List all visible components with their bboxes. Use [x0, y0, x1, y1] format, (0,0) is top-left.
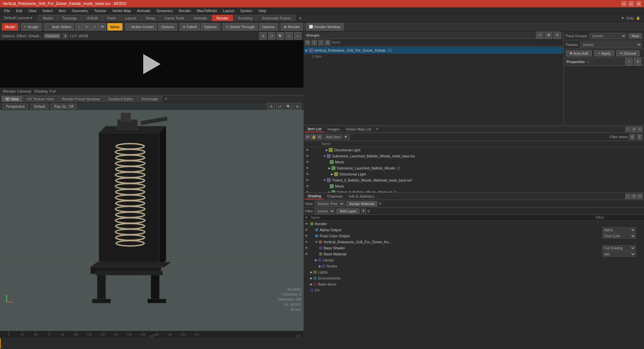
add-layout-tab-button[interactable]: +: [296, 15, 304, 21]
tab-render[interactable]: Render: [212, 15, 233, 21]
shader-settings-icon[interactable]: ⚙: [631, 194, 637, 199]
auto-select-button[interactable]: ⬛ Auto Select: [44, 23, 74, 31]
tab-animate[interactable]: Animate: [189, 15, 211, 21]
transform-tool-button[interactable]: ✜: [99, 23, 106, 31]
item-list-eye-icon[interactable]: 👁: [305, 134, 310, 140]
tab-images[interactable]: Images: [325, 127, 342, 132]
falloff-button[interactable]: ◈ Falloff: [180, 23, 200, 31]
groups-refresh-icon[interactable]: ↺: [312, 40, 317, 45]
shader-eye-material[interactable]: 👁: [305, 240, 310, 244]
menu-edit[interactable]: Edit: [13, 8, 25, 13]
filter-s-button[interactable]: S: [629, 134, 635, 140]
tab-render-preset-browser[interactable]: Render Preset Browser: [58, 96, 104, 102]
tab-topology[interactable]: Topology: [58, 15, 81, 21]
shader-row-lights[interactable]: ▶ Lights: [304, 269, 644, 275]
shader-close-icon[interactable]: ✕: [637, 194, 643, 199]
item-list-close-icon[interactable]: ✕: [637, 127, 643, 132]
shader-row-library[interactable]: ▶ Library: [304, 257, 644, 263]
item-eye-icon-4[interactable]: 👁: [305, 166, 310, 170]
tab-info-statistics[interactable]: Info & Statistics: [346, 194, 377, 199]
groups-eye-icon[interactable]: 👁: [305, 40, 310, 45]
item-list-lock-icon[interactable]: 🔒: [311, 134, 316, 140]
tab-schematic[interactable]: Schematic Fusion: [257, 15, 295, 21]
tab-channels[interactable]: Channels: [324, 194, 345, 199]
preview-refresh-icon[interactable]: ↺: [268, 32, 275, 40]
shader-eye-render[interactable]: 👁: [305, 222, 310, 226]
tab-model[interactable]: Model: [39, 15, 57, 21]
groups-close-icon[interactable]: ✕: [553, 32, 561, 39]
tab-vertex-map-list[interactable]: Vertex Map List: [343, 127, 374, 132]
discard-button[interactable]: ✕ Discard: [616, 50, 640, 56]
groups-settings-icon[interactable]: ⚙: [545, 32, 552, 39]
rotate-tool-button[interactable]: ↻: [83, 23, 91, 31]
passes-select[interactable]: (none): [580, 42, 642, 48]
tab-uv-texture-view[interactable]: UV Texture View: [23, 96, 58, 102]
preview-content[interactable]: [0, 40, 304, 88]
action-center-button[interactable]: ● Action Center: [125, 23, 157, 31]
menu-texture[interactable]: Texture: [92, 8, 109, 13]
properties-expand-icon[interactable]: ⤢: [625, 58, 633, 65]
item-row-directional-light-1[interactable]: 👁 ▶ Directional Light: [304, 147, 644, 153]
perspective-dropdown[interactable]: Perspective: [3, 104, 28, 109]
base-material-effect-select[interactable]: (all): [602, 251, 636, 257]
item-list-settings2-icon[interactable]: ⚙: [317, 134, 322, 140]
viewport-refresh-icon[interactable]: ↺: [276, 103, 283, 110]
mode-model-button[interactable]: Model: [2, 23, 18, 31]
add-layer-dropdown-icon[interactable]: ▾: [361, 208, 366, 214]
menu-system[interactable]: System: [237, 8, 255, 13]
final-color-effect-select[interactable]: Final Color: [602, 233, 636, 239]
menu-dynamics[interactable]: Dynamics: [154, 8, 175, 13]
apply-button[interactable]: ✓ Apply: [594, 50, 614, 56]
item-eye-icon-8[interactable]: 👁: [305, 190, 310, 192]
move-tool-button[interactable]: ↕: [75, 23, 83, 31]
scale-tool-button[interactable]: ⤢: [91, 23, 98, 31]
auto-add-button[interactable]: ✚ Auto Add: [566, 50, 592, 56]
tab-layout[interactable]: Layout: [121, 15, 141, 21]
menu-vertexmap[interactable]: Vertex Map: [110, 8, 134, 13]
shader-filter-select[interactable]: (none): [314, 208, 335, 214]
shader-eye-base-shader[interactable]: 👁: [305, 246, 310, 250]
item-eye-icon-3[interactable]: 👁: [305, 160, 310, 164]
shader-expand-icon[interactable]: ⤢: [625, 194, 631, 199]
preview-fit-icon[interactable]: ⤢: [285, 32, 293, 40]
add-item-list-tab[interactable]: +: [374, 126, 380, 132]
item-row-mesh-1[interactable]: 👁 Mesh: [304, 159, 644, 165]
item-list-expand-icon[interactable]: ⤢: [625, 127, 631, 132]
close-button[interactable]: ✕: [636, 1, 641, 6]
tab-setup[interactable]: Setup: [141, 15, 160, 21]
options-1-button[interactable]: Options: [158, 23, 177, 31]
item-eye-icon-1[interactable]: 👁: [305, 148, 310, 152]
shader-row-bake-items[interactable]: ▶ Bake Items: [304, 281, 644, 287]
shader-row-nodes[interactable]: ▶ Nodes: [304, 263, 644, 269]
tab-paint[interactable]: Paint: [103, 15, 120, 21]
options-2-button[interactable]: Options: [201, 23, 220, 31]
base-shader-effect-select[interactable]: Full Shading: [602, 245, 636, 251]
shader-eye-base-material[interactable]: 👁: [305, 252, 310, 256]
viewport-settings-icon[interactable]: ⚙: [267, 103, 275, 110]
shader-eye-final-color[interactable]: 👁: [305, 234, 310, 238]
tab-gradient-editor[interactable]: Gradient Editor: [105, 96, 137, 102]
menu-item[interactable]: Item: [56, 8, 68, 13]
menu-layout[interactable]: Layout: [220, 8, 237, 13]
groups-settings2-icon[interactable]: ⚙: [325, 40, 330, 45]
menu-file[interactable]: File: [1, 8, 13, 13]
menu-maxtomodo[interactable]: MaxToModo: [194, 8, 220, 13]
menu-render[interactable]: Render: [176, 8, 194, 13]
menu-help[interactable]: Help: [256, 8, 269, 13]
shader-row-final-color[interactable]: 👁 Final Color Output Final Color: [304, 233, 644, 239]
menu-animate[interactable]: Animate: [134, 8, 153, 13]
item-row-dir-light-2[interactable]: 👁 ▶ Directional Light: [304, 171, 644, 177]
options-3-button[interactable]: Options: [259, 23, 278, 31]
properties-settings-icon[interactable]: ⚙: [634, 58, 641, 65]
item-row-mesh-2[interactable]: 👁 Mesh: [304, 183, 644, 189]
menu-select[interactable]: Select: [40, 8, 55, 13]
pass-groups-select[interactable]: (none): [589, 33, 627, 39]
pass-groups-new-button[interactable]: New: [629, 33, 642, 39]
maximize-button[interactable]: □: [629, 1, 634, 6]
mode-sculpt-button[interactable]: ✏ Sculpt: [21, 23, 41, 31]
item-eye-icon-2[interactable]: 👁: [305, 154, 310, 158]
assign-material-button[interactable]: Assign Material: [346, 201, 377, 206]
shader-row-base-material[interactable]: 👁 Base Material (all): [304, 251, 644, 257]
shader-row-environments[interactable]: ▶ Environments: [304, 275, 644, 281]
play-triangle-icon[interactable]: [143, 54, 161, 74]
